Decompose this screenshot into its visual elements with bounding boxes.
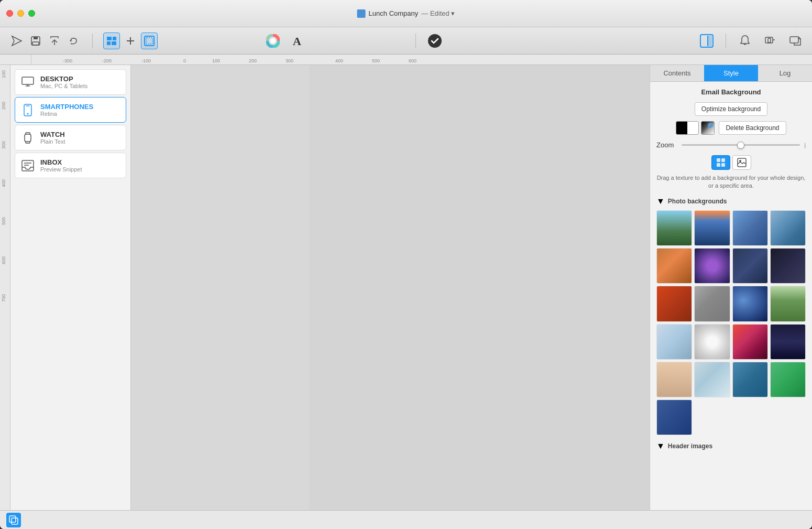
photo-thumb-12[interactable]	[770, 286, 806, 321]
check-button[interactable]	[426, 33, 443, 49]
svg-rect-32	[25, 134, 31, 142]
zoom-row: Zoom |	[656, 141, 806, 149]
photo-thumb-18[interactable]	[694, 362, 730, 397]
svg-rect-9	[112, 41, 116, 45]
right-panel: Contents Style Log Email Background Opti…	[650, 65, 812, 510]
photo-thumb-1[interactable]	[656, 210, 692, 246]
inbox-icon	[21, 159, 34, 172]
svg-rect-22	[768, 38, 771, 42]
device-item-desktop[interactable]: DESKTOP Mac, PC & Tablets	[15, 69, 126, 95]
photo-thumb-14[interactable]	[694, 324, 730, 360]
share-button[interactable]	[787, 33, 804, 49]
svg-rect-44	[717, 163, 720, 167]
bottom-bar	[0, 510, 812, 529]
frame-button[interactable]	[141, 33, 158, 49]
photo-thumb-4[interactable]	[770, 210, 806, 246]
toolbar-nav-group	[8, 33, 82, 49]
svg-rect-19	[708, 36, 712, 46]
photo-thumb-20[interactable]	[770, 362, 806, 397]
traffic-lights	[6, 10, 35, 17]
svg-point-15	[270, 38, 276, 44]
optimize-row: Optimize background	[656, 102, 806, 116]
send-button[interactable]	[8, 33, 25, 49]
tab-log[interactable]: Log	[758, 65, 812, 81]
device-preview-button[interactable]	[762, 33, 778, 49]
svg-rect-45	[721, 163, 725, 167]
svg-rect-8	[107, 41, 111, 45]
photo-thumb-6[interactable]	[694, 248, 730, 284]
triangle-icon-2: ▼	[656, 441, 665, 451]
panel-toggle-button[interactable]	[698, 33, 715, 49]
triangle-icon: ▼	[656, 197, 665, 206]
device-item-smartphones[interactable]: SMARTPHONES Retina	[15, 97, 126, 123]
svg-rect-42	[717, 158, 720, 162]
photo-thumb-2[interactable]	[694, 210, 730, 246]
device-name-smartphones: SMARTPHONES	[40, 103, 93, 111]
device-name-inbox: INBOX	[40, 158, 82, 166]
photo-thumb-9[interactable]	[656, 286, 692, 321]
close-button[interactable]	[6, 10, 13, 17]
device-item-inbox[interactable]: INBOX Preview Snippet	[15, 153, 126, 178]
color-delete-row: Delete Background	[656, 121, 806, 135]
undo-button[interactable]	[65, 33, 82, 49]
header-images-label: Header images	[668, 442, 712, 450]
font-button[interactable]: A	[290, 33, 306, 49]
optimize-background-button[interactable]: Optimize background	[695, 102, 767, 116]
svg-rect-24	[790, 37, 798, 43]
canvas-area[interactable]	[131, 65, 650, 510]
photo-thumb-5[interactable]	[656, 248, 692, 284]
device-subtitle-smartphones: Retina	[40, 111, 93, 117]
grid-view-button[interactable]	[103, 33, 120, 49]
header-images-header[interactable]: ▼ Header images	[656, 441, 806, 451]
photo-thumb-8[interactable]	[770, 248, 806, 284]
smartphone-icon	[21, 104, 34, 116]
background-color-swatch[interactable]	[676, 121, 699, 135]
view-toggle	[656, 155, 806, 170]
toolbar-center: A	[166, 33, 405, 49]
photo-thumb-7[interactable]	[732, 248, 768, 284]
zoom-slider[interactable]	[682, 144, 800, 146]
app-icon	[357, 9, 366, 18]
svg-marker-0	[12, 36, 21, 46]
svg-rect-49	[12, 518, 18, 524]
photo-thumb-10[interactable]	[694, 286, 730, 321]
photo-thumb-15[interactable]	[732, 324, 768, 360]
photo-thumbnail-grid	[656, 210, 806, 436]
notifications-button[interactable]	[737, 33, 753, 49]
canvas-empty-right	[309, 65, 650, 510]
save-button[interactable]	[27, 33, 44, 49]
image-upload-button[interactable]	[732, 155, 751, 170]
svg-rect-43	[721, 158, 725, 162]
svg-rect-7	[113, 37, 116, 40]
device-subtitle-inbox: Preview Snippet	[40, 166, 82, 172]
corner-button[interactable]	[6, 513, 21, 527]
tab-contents[interactable]: Contents	[650, 65, 704, 81]
add-element-button[interactable]	[122, 33, 139, 49]
photo-thumb-17[interactable]	[656, 362, 692, 397]
svg-rect-26	[22, 77, 34, 84]
device-list: DESKTOP Mac, PC & Tablets SMARTPH	[10, 65, 131, 510]
svg-rect-13	[146, 38, 152, 44]
toolbar: A	[0, 27, 812, 55]
tab-style[interactable]: Style	[704, 65, 758, 81]
toolbar-separator-1	[92, 34, 93, 48]
grid-texture-button[interactable]	[711, 155, 730, 170]
device-subtitle-watch: Plain Text	[40, 138, 65, 145]
photo-thumb-16[interactable]	[770, 324, 806, 360]
photo-thumb-11[interactable]	[732, 286, 768, 321]
minimize-button[interactable]	[17, 10, 24, 17]
fullscreen-button[interactable]	[28, 10, 35, 17]
color-picker-button[interactable]	[265, 33, 281, 49]
photo-thumb-19[interactable]	[732, 362, 768, 397]
photo-thumb-13[interactable]	[656, 324, 692, 360]
photo-thumb-21[interactable]	[656, 400, 692, 435]
svg-point-30	[27, 113, 29, 114]
photo-backgrounds-header[interactable]: ▼ Photo backgrounds	[656, 197, 806, 206]
photo-thumb-3[interactable]	[732, 210, 768, 246]
device-item-watch[interactable]: WATCH Plain Text	[15, 125, 126, 150]
delete-background-button[interactable]: Delete Background	[719, 121, 786, 135]
gradient-swatch[interactable]	[701, 121, 715, 135]
upload-button[interactable]	[46, 33, 63, 49]
watch-icon	[21, 132, 34, 144]
svg-rect-48	[9, 516, 16, 522]
